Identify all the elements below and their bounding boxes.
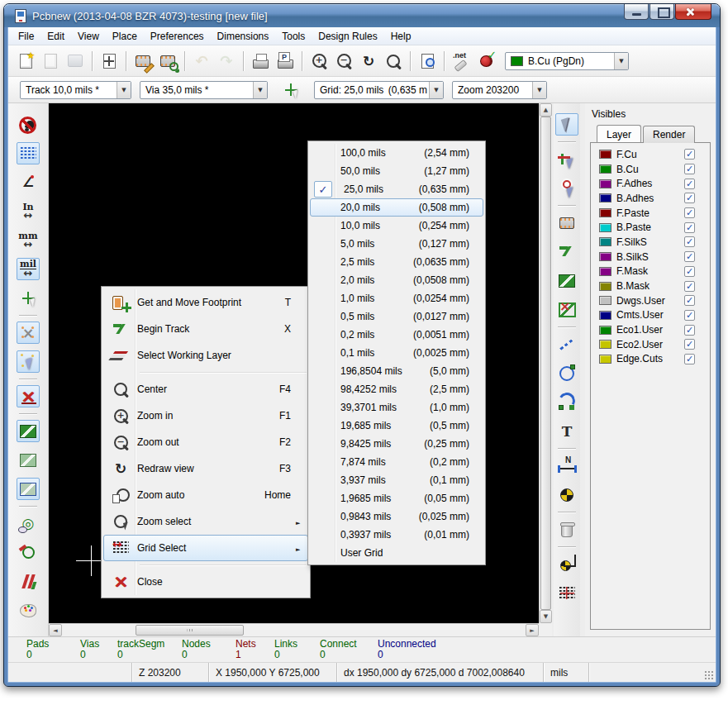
scroll-right-icon[interactable] xyxy=(526,624,539,636)
redraw-view-icon[interactable] xyxy=(357,50,380,72)
grid-option[interactable]: 10,0 mils (0,254 mm) xyxy=(310,217,483,235)
layer-row[interactable]: B.Adhes xyxy=(594,191,707,206)
title-bar[interactable]: Pcbnew (2013-04-08 BZR 4073)-testing [ne… xyxy=(4,4,720,27)
add-footprint-icon[interactable] xyxy=(555,212,578,234)
add-text-icon[interactable] xyxy=(555,420,578,442)
grid-option[interactable]: 0,1 mils (0,0025 mm) xyxy=(310,344,483,362)
layer-visibility-checkbox[interactable] xyxy=(684,179,695,189)
layer-row[interactable]: B.Cu xyxy=(594,162,707,177)
layer-row[interactable]: B.Mask xyxy=(594,279,707,293)
show-zones-outline-icon[interactable] xyxy=(17,478,40,500)
layer-color-swatch[interactable] xyxy=(599,326,611,335)
zoom-combo[interactable]: Zoom 203200 xyxy=(452,81,547,99)
via-size-combo[interactable]: Via 35,0 mils * xyxy=(140,81,268,99)
menu-bar-item[interactable]: Place xyxy=(106,28,144,45)
layer-color-swatch[interactable] xyxy=(599,193,611,202)
layer-color-swatch[interactable] xyxy=(599,164,611,174)
menu-item-zoom-select[interactable]: Zoom select xyxy=(103,508,308,535)
menu-item-redraw-view[interactable]: Redraw view F3 xyxy=(103,455,308,482)
add-track-icon[interactable] xyxy=(555,241,578,263)
track-width-combo[interactable]: Track 10,0 mils * xyxy=(20,81,131,99)
plot-icon[interactable] xyxy=(274,50,297,72)
add-circle-icon[interactable] xyxy=(555,362,578,384)
new-board-icon[interactable] xyxy=(14,50,37,72)
select-tool-icon[interactable] xyxy=(555,113,578,136)
via-sketch-mode-icon[interactable] xyxy=(17,512,40,535)
layer-visibility-checkbox[interactable] xyxy=(684,339,695,350)
menu-bar-item[interactable]: Preferences xyxy=(144,28,211,45)
layer-color-swatch[interactable] xyxy=(599,355,611,364)
minimize-button[interactable] xyxy=(624,4,649,20)
dropdown-arrow-icon[interactable] xyxy=(614,53,628,69)
scroll-left-icon[interactable] xyxy=(49,624,62,636)
scroll-down-icon[interactable] xyxy=(540,610,552,623)
dropdown-arrow-icon[interactable] xyxy=(253,82,267,98)
menu-item-zoom-in[interactable]: Zoom in F1 xyxy=(103,403,308,429)
high-contrast-mode-icon[interactable] xyxy=(17,570,40,593)
auto-delete-track-icon[interactable] xyxy=(17,385,40,407)
grid-option[interactable]: 2,5 mils (0,0635 mm) xyxy=(310,253,483,271)
menu-item-zoom-auto[interactable]: Zoom auto Home xyxy=(103,482,308,508)
polar-coords-icon[interactable] xyxy=(17,171,40,193)
layer-color-swatch[interactable] xyxy=(599,179,611,188)
module-ratsnest-icon[interactable] xyxy=(17,350,40,373)
grid-option[interactable]: 19,685 mils (0,5 mm) xyxy=(310,417,483,435)
layer-row[interactable]: B.SilkS xyxy=(594,250,707,264)
menu-bar-item[interactable]: Dimensions xyxy=(211,28,276,45)
layer-row[interactable]: Eco1.User xyxy=(594,322,707,337)
grid-option[interactable]: 1,0 mils (0,0254 mm) xyxy=(310,289,483,307)
grid-option[interactable]: 5,0 mils (0,127 mm) xyxy=(310,235,483,253)
highlight-net-icon[interactable] xyxy=(555,148,578,170)
delete-items-icon[interactable] xyxy=(555,518,578,541)
grid-option[interactable]: 0,2 mils (0,0051 mm) xyxy=(310,326,483,344)
cursor-shape-icon[interactable] xyxy=(17,287,40,309)
netlist-icon[interactable] xyxy=(450,50,473,72)
layer-color-swatch[interactable] xyxy=(599,296,611,305)
redo-icon[interactable] xyxy=(215,50,238,72)
grid-option[interactable]: 50,0 mils (1,27 mm) xyxy=(310,162,483,180)
footprint-viewer-icon[interactable] xyxy=(156,50,179,72)
add-zone-icon[interactable] xyxy=(555,269,578,292)
layer-visibility-checkbox[interactable] xyxy=(684,310,695,321)
menu-bar-item[interactable]: Tools xyxy=(275,28,312,45)
grid-option[interactable]: 0,9843 mils (0,025 mm) xyxy=(310,507,483,526)
print-icon[interactable] xyxy=(249,50,272,72)
add-dimension-icon[interactable] xyxy=(555,455,578,477)
layer-color-swatch[interactable] xyxy=(599,208,611,217)
layer-row[interactable]: Eco2.User xyxy=(594,337,707,352)
add-target-icon[interactable] xyxy=(555,483,578,506)
layer-color-swatch[interactable] xyxy=(599,237,611,246)
menu-bar-item[interactable]: Help xyxy=(384,28,418,45)
page-settings-icon[interactable] xyxy=(98,50,121,72)
grid-option[interactable]: 98,4252 mils (2,5 mm) xyxy=(310,380,483,398)
scroll-up-icon[interactable] xyxy=(540,103,552,117)
add-arc-icon[interactable] xyxy=(555,391,578,413)
undo-icon[interactable] xyxy=(190,50,213,72)
layer-colors-icon[interactable] xyxy=(17,599,40,622)
resize-grip[interactable] xyxy=(704,670,714,680)
drc-icon[interactable] xyxy=(474,50,497,72)
drc-off-icon[interactable] xyxy=(17,113,40,136)
layer-row[interactable]: F.SilkS xyxy=(594,235,707,250)
grid-size-combo[interactable]: Grid: 25,0 mils (0,635 m xyxy=(314,81,444,99)
grid-option[interactable]: 20,0 mils (0,508 mm) xyxy=(310,198,483,217)
grid-visibility-icon[interactable] xyxy=(17,142,40,164)
grid-option[interactable]: 39,3701 mils (1,0 mm) xyxy=(310,398,483,417)
units-mm-icon[interactable] xyxy=(17,229,40,251)
menu-item-center[interactable]: Center F4 xyxy=(103,376,308,403)
grid-option[interactable]: 196,8504 mils (5,0 mm) xyxy=(310,362,483,380)
footprint-editor-icon[interactable] xyxy=(131,50,155,72)
grid-option[interactable]: 7,874 mils (0,2 mm) xyxy=(310,453,483,471)
layer-visibility-checkbox[interactable] xyxy=(684,164,695,174)
grid-option[interactable]: 9,8425 mils (0,25 mm) xyxy=(310,435,483,453)
horizontal-scrollbar[interactable] xyxy=(49,623,539,636)
units-inch-icon[interactable] xyxy=(17,200,40,222)
menu-bar-item[interactable]: View xyxy=(71,28,106,45)
grid-option[interactable]: 1,9685 mils (0,05 mm) xyxy=(310,489,483,507)
layer-row[interactable]: Cmts.User xyxy=(594,308,707,323)
menu-item-select-working-layer[interactable]: Select Working Layer xyxy=(103,342,308,369)
layer-color-swatch[interactable] xyxy=(599,311,611,320)
layer-visibility-checkbox[interactable] xyxy=(684,193,695,203)
grid-option[interactable]: 2,0 mils (0,0508 mm) xyxy=(310,271,483,289)
layer-visibility-checkbox[interactable] xyxy=(684,236,695,247)
